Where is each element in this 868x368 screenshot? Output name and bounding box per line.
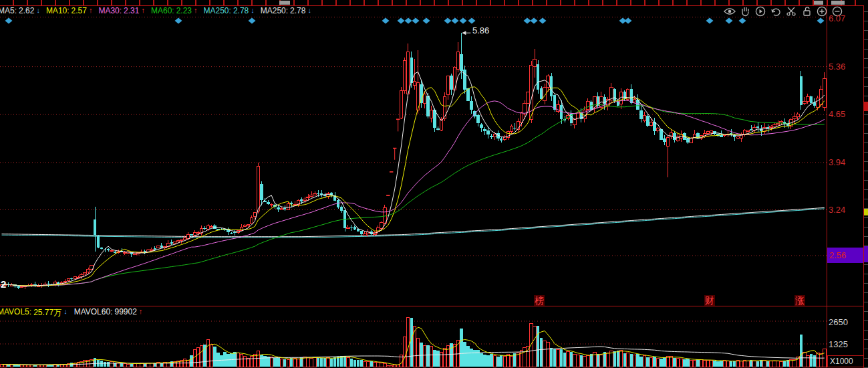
tag-zhang[interactable]: 涨 [794, 295, 805, 306]
volume-tick: 1325 [829, 339, 848, 349]
side-strip-red-marker [864, 102, 868, 111]
price-annotation: 5.86 [472, 25, 489, 35]
mavol5-value: 25.77万 [33, 307, 61, 317]
price-tick: 3.24 [829, 205, 845, 215]
mavol60-label: MAVOL60: [74, 307, 113, 317]
prev-close-highlight: 2.56 [827, 248, 863, 263]
mavol60-legend: MAVOL60:99902↑ [74, 307, 143, 317]
mavol-legend-bar: MAVOL5:25.77万↓ MAVOL60:99902↑ [0, 307, 142, 317]
side-strip-purple-marker [864, 246, 868, 262]
panel-divider-line [0, 306, 868, 306]
mavol5-label: MAVOL5: [0, 307, 31, 317]
mavol5-legend: MAVOL5:25.77万↓ [0, 307, 67, 317]
side-strip-yellow-marker [864, 209, 868, 215]
price-tick: 5.36 [829, 62, 845, 72]
price-tick: 3.94 [829, 157, 845, 167]
volume-tick: 2650 [829, 317, 848, 327]
mavol60-value: 99902 [114, 307, 136, 317]
price-tick: 6.07 [829, 13, 845, 23]
stock-chart-window: MA5:2.62↓ MA10:2.57↑ MA30:2.31↑ MA60:2.2… [0, 0, 868, 368]
volume-unit-box: X1000 [827, 355, 865, 367]
mavol5-arrow-icon: ↓ [63, 307, 67, 317]
left-edge-label: 2 [1, 278, 6, 290]
mavol60-arrow-icon: ↑ [139, 307, 143, 317]
tag-cai[interactable]: 财 [704, 295, 715, 306]
minimized-side-panel[interactable] [864, 5, 868, 368]
tag-bang[interactable]: 榜 [534, 295, 545, 306]
axis-border-line [827, 5, 827, 368]
price-tick: 4.65 [829, 109, 845, 119]
